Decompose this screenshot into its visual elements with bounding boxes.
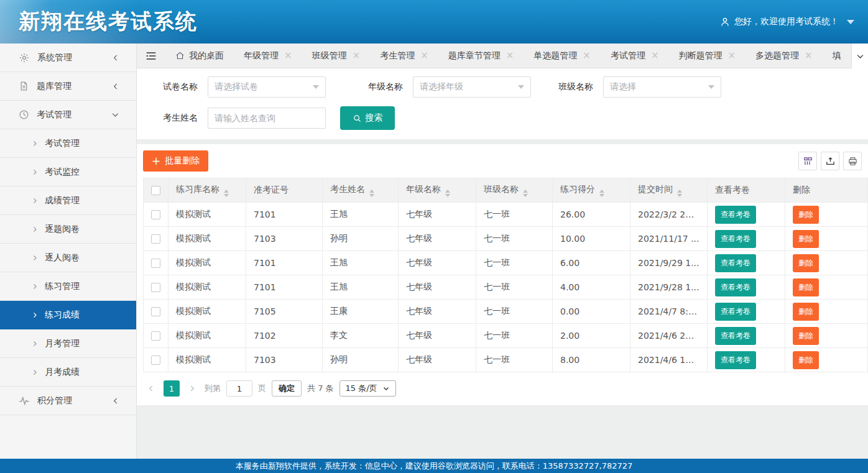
view-paper-button[interactable]: 查看考卷: [715, 351, 756, 369]
sidebar-subitem-grade-by-question[interactable]: 逐题阅卷: [0, 215, 136, 244]
delete-button[interactable]: 删除: [793, 351, 819, 369]
collapse-sidebar-icon[interactable]: [137, 44, 165, 68]
sidebar-item-points-mgmt[interactable]: 积分管理: [0, 387, 136, 415]
close-icon[interactable]: ×: [727, 51, 736, 60]
sort-icon: [445, 190, 450, 197]
tab-fill-blank-mgmt[interactable]: 填: [826, 44, 847, 68]
sidebar-subitem-grade-by-person[interactable]: 逐人阅卷: [0, 244, 136, 272]
chevron-left-icon: [111, 82, 120, 91]
select-all-checkbox[interactable]: [151, 186, 160, 195]
current-page-button[interactable]: 1: [164, 380, 180, 397]
view-paper-button[interactable]: 查看考卷: [715, 254, 756, 272]
print-icon[interactable]: [843, 152, 862, 170]
tab-list: 我的桌面 年级管理× 班级管理× 考生管理× 题库章节管理× 单选题管理× 考试…: [165, 44, 851, 68]
chevron-right-icon: [31, 369, 39, 376]
tab-my-desktop[interactable]: 我的桌面: [169, 44, 230, 68]
app-footer: 本服务由新翔软件提供，系统开发：信息中心，建议使用谷歌浏览器访问，联系电话：13…: [0, 459, 868, 473]
delete-button[interactable]: 删除: [793, 254, 819, 272]
col-practice-score[interactable]: 练习得分: [553, 178, 630, 203]
chevron-down-icon: [382, 385, 390, 392]
tab-multi-choice-mgmt[interactable]: 多选题管理×: [749, 44, 819, 68]
col-class-name[interactable]: 班级名称: [476, 178, 553, 203]
export-icon[interactable]: [821, 152, 839, 170]
close-icon[interactable]: ×: [805, 51, 813, 60]
columns-icon[interactable]: [798, 152, 817, 170]
row-checkbox[interactable]: [151, 259, 160, 268]
user-menu[interactable]: 您好，欢迎使用考试系统！: [720, 16, 854, 27]
row-checkbox[interactable]: [151, 331, 160, 341]
col-grade-name[interactable]: 年级名称: [399, 178, 476, 203]
table-row: 模拟测试 7102 李文 七年级 七一班 2.00 2021/4/6 20:..…: [144, 324, 868, 348]
sidebar-item-question-bank-mgmt[interactable]: 题库管理: [0, 72, 136, 101]
tab-single-choice-mgmt[interactable]: 单选题管理×: [527, 44, 597, 68]
delete-button[interactable]: 删除: [793, 327, 819, 345]
row-checkbox[interactable]: [151, 210, 160, 219]
tab-exam-mgmt[interactable]: 考试管理×: [604, 44, 665, 68]
sidebar-subitem-monthly-exam-scores[interactable]: 月考成绩: [0, 358, 136, 387]
pulse-icon: [19, 395, 30, 406]
next-page-icon[interactable]: [185, 380, 199, 397]
tab-examinee-mgmt[interactable]: 考生管理×: [374, 44, 435, 68]
col-delete: 删除: [785, 178, 868, 203]
sidebar-subitem-exam-monitor[interactable]: 考试监控: [0, 158, 136, 186]
close-icon[interactable]: ×: [651, 51, 659, 60]
col-ticket-number: 准考证号: [246, 178, 323, 203]
close-icon[interactable]: ×: [506, 51, 514, 60]
view-paper-button[interactable]: 查看考卷: [715, 230, 756, 248]
chevron-down-icon: [518, 85, 524, 89]
view-paper-button[interactable]: 查看考卷: [715, 303, 756, 321]
tab-class-mgmt[interactable]: 班级管理×: [306, 44, 367, 68]
tab-grade-mgmt[interactable]: 年级管理×: [238, 44, 298, 68]
col-submit-time[interactable]: 提交时间: [630, 178, 708, 203]
row-checkbox[interactable]: [151, 283, 160, 292]
sidebar-item-system-mgmt[interactable]: 系统管理: [0, 44, 136, 72]
table-row: 模拟测试 7101 王旭 七年级 七一班 26.00 2022/3/2 21:.…: [144, 203, 868, 227]
row-checkbox[interactable]: [151, 234, 160, 244]
search-icon: [353, 114, 362, 123]
search-button[interactable]: 搜索: [340, 106, 395, 130]
delete-button[interactable]: 删除: [793, 230, 819, 248]
class-select[interactable]: 请选择: [603, 76, 721, 98]
close-icon[interactable]: ×: [583, 51, 591, 60]
sidebar-subitem-practice-scores[interactable]: 练习成绩: [0, 301, 136, 329]
chevron-right-icon: [31, 254, 39, 262]
delete-button[interactable]: 删除: [793, 278, 819, 296]
gear-icon: [19, 52, 30, 63]
sidebar-subitem-practice-mgmt[interactable]: 练习管理: [0, 272, 136, 301]
tabs-overflow-button[interactable]: [851, 44, 868, 68]
sidebar-subitem-score-mgmt[interactable]: 成绩管理: [0, 186, 136, 215]
close-icon[interactable]: ×: [284, 51, 292, 60]
tab-true-false-mgmt[interactable]: 判断题管理×: [672, 44, 742, 68]
chevron-down-icon: [313, 85, 319, 89]
tab-bank-chapter-mgmt[interactable]: 题库章节管理×: [442, 44, 520, 68]
app-header: 新翔在线考试系统 您好，欢迎使用考试系统！: [0, 0, 868, 44]
col-practice-library[interactable]: 练习库名称: [169, 178, 246, 203]
row-checkbox[interactable]: [151, 307, 160, 316]
table-row: 模拟测试 7101 王旭 七年级 七一班 6.00 2021/9/29 1...…: [144, 251, 868, 275]
page-unit-label: 页: [258, 383, 266, 394]
page-size-select[interactable]: 15 条/页: [339, 380, 396, 397]
close-icon[interactable]: ×: [420, 51, 428, 60]
grade-select[interactable]: 请选择年级: [413, 76, 531, 98]
examinee-name-input[interactable]: [208, 108, 326, 129]
batch-delete-button[interactable]: + 批量删除: [143, 150, 208, 172]
delete-button[interactable]: 删除: [793, 303, 819, 321]
col-examinee-name[interactable]: 考生姓名: [323, 178, 399, 203]
chevron-down-icon: [708, 85, 714, 89]
sort-icon: [677, 190, 682, 197]
select-all-cell: [144, 178, 169, 203]
close-icon[interactable]: ×: [353, 51, 361, 60]
view-paper-button[interactable]: 查看考卷: [715, 206, 756, 224]
row-checkbox[interactable]: [151, 356, 160, 365]
paper-select[interactable]: 请选择试卷: [208, 76, 326, 98]
prev-page-icon[interactable]: [144, 380, 158, 397]
sort-icon: [224, 190, 229, 197]
confirm-page-button[interactable]: 确定: [272, 380, 302, 397]
sidebar-item-exam-mgmt[interactable]: 考试管理: [0, 101, 136, 129]
delete-button[interactable]: 删除: [793, 206, 819, 224]
view-paper-button[interactable]: 查看考卷: [715, 278, 756, 296]
goto-page-input[interactable]: [226, 380, 252, 397]
sidebar-subitem-exam-mgmt[interactable]: 考试管理: [0, 129, 136, 158]
view-paper-button[interactable]: 查看考卷: [715, 327, 756, 345]
sidebar-subitem-monthly-exam-mgmt[interactable]: 月考管理: [0, 329, 136, 358]
